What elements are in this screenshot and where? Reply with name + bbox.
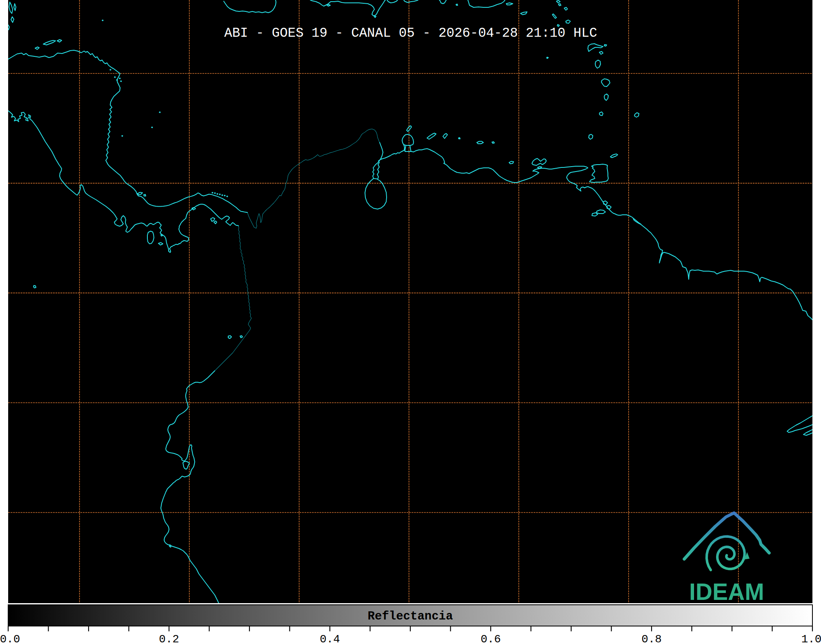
svg-text:ABI - GOES 19 - CANAL 05 - 202: ABI - GOES 19 - CANAL 05 - 2026-04-28 21… xyxy=(224,26,597,41)
svg-text:0.2: 0.2 xyxy=(159,633,179,644)
svg-text:Reflectancia: Reflectancia xyxy=(368,610,453,623)
svg-text:1.0: 1.0 xyxy=(801,633,821,644)
svg-text:0.6: 0.6 xyxy=(481,633,501,644)
svg-text:0.8: 0.8 xyxy=(641,633,662,644)
svg-text:IDEAM: IDEAM xyxy=(689,579,764,605)
svg-text:0.4: 0.4 xyxy=(320,633,340,644)
svg-text:0.0: 0.0 xyxy=(0,633,20,644)
